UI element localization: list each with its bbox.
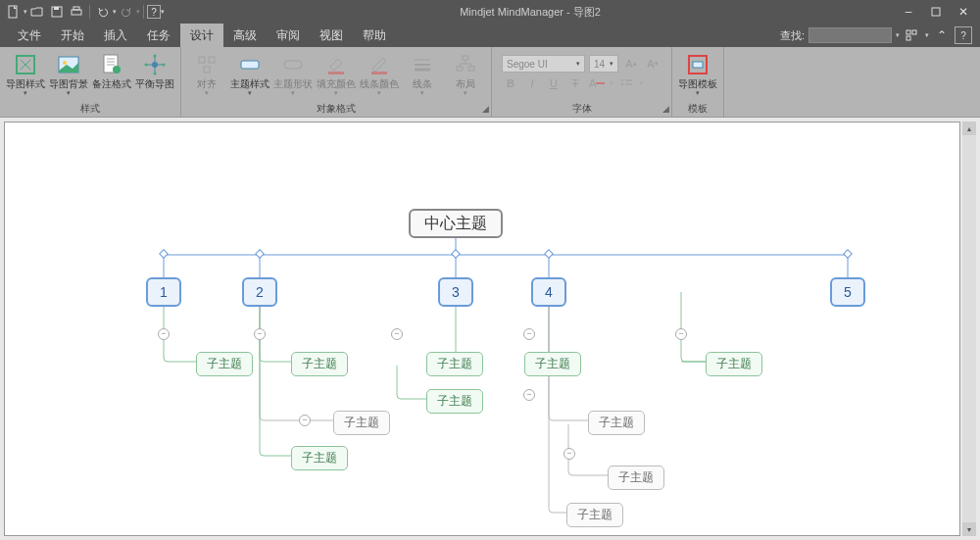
- menu-view[interactable]: 视图: [310, 24, 353, 48]
- svg-rect-3: [72, 10, 81, 15]
- fill-color-label: 填充颜色: [317, 78, 356, 89]
- topic-style-button[interactable]: 主题样式▾: [228, 51, 271, 99]
- collapse-toggle[interactable]: −: [564, 448, 575, 460]
- svg-point-41: [621, 83, 623, 85]
- scroll-down-button[interactable]: ▾: [962, 522, 976, 536]
- main-topic-2[interactable]: 2: [242, 277, 277, 307]
- collapse-toggle[interactable]: −: [675, 328, 687, 340]
- sub-topic-node[interactable]: 子主题: [566, 503, 623, 527]
- print-button[interactable]: [67, 2, 86, 22]
- search-dropdown[interactable]: ▾: [896, 31, 900, 39]
- canvas-area: 中心主题 1 2 3 4 5 − − − − − − − − 子主题 子主题 子…: [0, 118, 980, 540]
- note-format-button[interactable]: 备注格式: [90, 51, 133, 91]
- main-topic-1[interactable]: 1: [146, 277, 181, 307]
- dropdown-arrow-icon: ▾: [610, 60, 613, 68]
- menu-advanced[interactable]: 高级: [223, 24, 267, 48]
- main-topic-5[interactable]: 5: [830, 277, 865, 307]
- svg-rect-2: [54, 7, 59, 10]
- obj-format-group-label: 对象格式: [317, 103, 356, 114]
- sub-topic-node[interactable]: 子主题: [588, 411, 645, 435]
- svg-rect-7: [912, 30, 916, 34]
- collapse-toggle[interactable]: −: [299, 415, 311, 426]
- save-button[interactable]: [47, 2, 67, 22]
- italic-button: I: [523, 74, 541, 92]
- svg-rect-27: [209, 57, 215, 63]
- font-size-select[interactable]: 14▾: [589, 55, 618, 73]
- svg-rect-4: [74, 7, 79, 10]
- grow-font-button: A▴: [622, 55, 640, 73]
- font-color-button: A: [588, 74, 606, 92]
- help-qat-button[interactable]: ?: [147, 5, 161, 19]
- topic-shape-button: 主题形状▾: [271, 51, 315, 99]
- central-topic-node[interactable]: 中心主题: [409, 209, 503, 238]
- font-color-dropdown: ▾: [610, 79, 613, 87]
- map-bg-icon: [57, 53, 80, 76]
- group-expand-button[interactable]: ◢: [482, 103, 489, 115]
- qat-separator-2: [143, 5, 144, 19]
- menu-insert[interactable]: 插入: [94, 24, 137, 48]
- dropdown-arrow-icon: ▾: [464, 89, 467, 97]
- map-bg-button[interactable]: 导图背景▾: [47, 51, 90, 99]
- shrink-font-button: A▾: [644, 55, 662, 73]
- collapse-toggle[interactable]: −: [391, 328, 403, 340]
- collapse-toggle[interactable]: −: [158, 328, 170, 340]
- open-button[interactable]: [27, 2, 47, 22]
- menu-design[interactable]: 设计: [180, 24, 223, 48]
- redo-button[interactable]: [117, 2, 136, 22]
- search-input[interactable]: [808, 27, 892, 43]
- sub-topic-node[interactable]: 子主题: [524, 352, 581, 376]
- mindmap-canvas[interactable]: 中心主题 1 2 3 4 5 − − − − − − − − 子主题 子主题 子…: [4, 122, 960, 536]
- svg-rect-38: [468, 67, 474, 71]
- menu-help[interactable]: 帮助: [353, 24, 396, 48]
- qat-separator: [89, 5, 90, 19]
- ribbon-group-font: Segoe UI▾ 14▾ A▴ A▾ B I U T A ▾ ▾ 字体◢: [492, 47, 672, 117]
- sub-topic-node[interactable]: 子主题: [608, 466, 664, 490]
- sub-topic-node[interactable]: 子主题: [333, 411, 390, 435]
- new-doc-button[interactable]: [4, 2, 24, 22]
- menu-review[interactable]: 审阅: [267, 24, 310, 48]
- search-options-button[interactable]: [904, 26, 921, 44]
- line-color-button: 线条颜色▾: [358, 51, 401, 99]
- help-button[interactable]: ?: [955, 26, 972, 44]
- sub-topic-node[interactable]: 子主题: [706, 352, 762, 376]
- map-template-button[interactable]: 导图模板▾: [676, 51, 719, 99]
- main-topic-4[interactable]: 4: [531, 277, 566, 307]
- group-expand-button[interactable]: ◢: [662, 103, 669, 115]
- sub-topic-node[interactable]: 子主题: [426, 389, 483, 414]
- panel-dropdown[interactable]: ▾: [925, 31, 929, 39]
- menu-file[interactable]: 文件: [8, 24, 51, 48]
- collapse-toggle[interactable]: −: [254, 328, 266, 340]
- window-controls: – ✕: [896, 5, 976, 19]
- sub-topic-node[interactable]: 子主题: [426, 352, 483, 376]
- topic-shape-label: 主题形状: [273, 78, 313, 89]
- minimize-button[interactable]: –: [902, 5, 915, 19]
- maximize-button[interactable]: [929, 5, 943, 19]
- font-name-select[interactable]: Segoe UI▾: [502, 55, 585, 73]
- collapse-toggle[interactable]: −: [523, 389, 535, 401]
- balance-map-button[interactable]: 平衡导图: [133, 51, 176, 91]
- map-style-button[interactable]: 导图样式▾: [4, 51, 47, 99]
- menu-task[interactable]: 任务: [137, 24, 180, 48]
- redo-dropdown[interactable]: ▾: [136, 8, 140, 16]
- close-button[interactable]: ✕: [956, 5, 970, 19]
- svg-point-22: [154, 55, 157, 58]
- collapse-toggle[interactable]: −: [523, 328, 535, 340]
- main-topic-3[interactable]: 3: [438, 277, 473, 307]
- menu-start[interactable]: 开始: [51, 24, 94, 48]
- search-label: 查找:: [780, 28, 805, 43]
- undo-button[interactable]: [93, 2, 113, 22]
- svg-rect-44: [693, 62, 703, 68]
- align-button: 对齐▾: [185, 51, 228, 99]
- svg-rect-31: [328, 72, 344, 74]
- svg-rect-52: [452, 250, 460, 258]
- sub-topic-node[interactable]: 子主题: [196, 352, 253, 376]
- sub-topic-node[interactable]: 子主题: [291, 352, 348, 376]
- topic-style-label: 主题样式: [230, 78, 270, 89]
- vertical-scrollbar[interactable]: ▴ ▾: [962, 122, 976, 536]
- collapse-ribbon-button[interactable]: ⌃: [933, 26, 951, 44]
- styles-group-label: 样式: [0, 103, 180, 117]
- font-group-label: 字体: [572, 103, 592, 114]
- sub-topic-node[interactable]: 子主题: [291, 446, 348, 470]
- scroll-up-button[interactable]: ▴: [962, 122, 976, 135]
- svg-rect-32: [371, 72, 387, 74]
